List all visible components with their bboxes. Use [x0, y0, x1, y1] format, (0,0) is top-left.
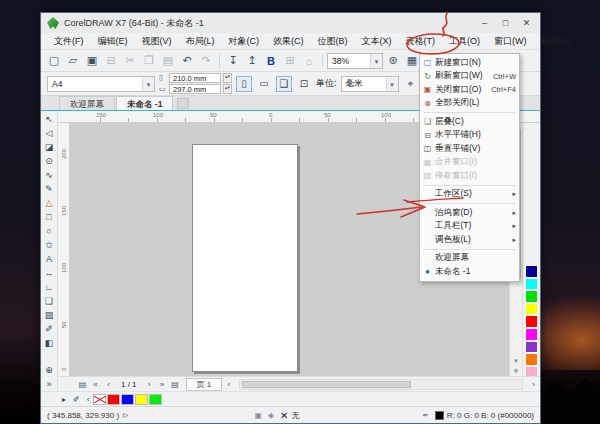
page-width-field[interactable]: 210.0 mm	[169, 73, 221, 83]
pan-navigator-icon[interactable]: ✥	[513, 366, 518, 376]
eyedropper-icon[interactable]: ✐	[70, 395, 83, 404]
menu-item-toolbars[interactable]: 工具栏(T) ▸	[420, 220, 519, 234]
menu-item-tile-horizontally[interactable]: ⊟ 水平平铺(H)	[420, 129, 519, 143]
artistic-media-tool[interactable]: ✎	[42, 182, 57, 196]
export-icon[interactable]: ↥	[243, 52, 261, 70]
menu-layout[interactable]: 布局(L)	[179, 33, 222, 50]
menu-item-close-window[interactable]: ▣ 关闭窗口(O) Ctrl+F4	[420, 83, 519, 97]
add-page-after-icon[interactable]: ▤	[169, 380, 182, 389]
redo-icon[interactable]: ↷	[197, 52, 215, 70]
palette-swatch[interactable]	[525, 341, 538, 354]
menu-item-dockers[interactable]: 泊坞窗(D) ▸	[420, 206, 519, 220]
menu-window[interactable]: 窗口(W)	[487, 33, 534, 50]
menu-text[interactable]: 文本(X)	[355, 33, 399, 50]
maximize-button[interactable]: □	[496, 16, 515, 31]
next-page-icon[interactable]: ›	[143, 380, 156, 389]
menu-item-workspace[interactable]: 工作区(S) ▸	[420, 188, 519, 202]
menu-tools[interactable]: 工具(O)	[442, 33, 487, 50]
close-button[interactable]: ✕	[517, 16, 536, 31]
application-launcher-icon[interactable]: B	[262, 52, 280, 70]
menu-help[interactable]: 帮助(H)	[534, 33, 579, 50]
menu-item-close-all[interactable]: ⊗ 全部关闭(L)	[420, 97, 519, 111]
coords-flyout-icon[interactable]: ⊳	[122, 411, 129, 420]
pick-tool[interactable]: ↖	[42, 112, 57, 126]
scroll-down-icon[interactable]: ▼	[513, 356, 519, 366]
docpalette-flyout-icon[interactable]: ▸	[59, 395, 69, 404]
drawing-page[interactable]	[192, 144, 298, 372]
print-icon[interactable]: ⊟	[102, 52, 120, 70]
freehand-tool[interactable]: ∿	[42, 168, 57, 182]
transparency-tool[interactable]: ▨	[42, 308, 57, 322]
smart-drawing-tool[interactable]: △	[42, 196, 57, 210]
current-page-button[interactable]: ⊡	[296, 76, 312, 92]
all-pages-button[interactable]: ❑	[276, 76, 292, 92]
doc-swatch[interactable]	[149, 394, 162, 405]
tab-untitled-document[interactable]: 未命名 -1	[116, 96, 173, 110]
palette-swatch[interactable]	[525, 278, 538, 291]
chevron-down-icon[interactable]: ▾	[370, 54, 382, 68]
add-page-icon[interactable]: ▤	[76, 380, 89, 389]
snap-to-icon[interactable]: ⊛	[384, 52, 402, 70]
polygon-tool[interactable]: ✩	[42, 238, 57, 252]
scroll-left-icon[interactable]: ‹	[222, 380, 235, 389]
menu-item-color-palettes[interactable]: 调色板(L) ▸	[420, 233, 519, 247]
previous-page-icon[interactable]: ‹	[102, 380, 115, 389]
palette-swatch[interactable]	[525, 315, 538, 328]
titlebar[interactable]: CorelDRAW X7 (64-Bit) - 未命名 -1 – □ ✕	[41, 13, 540, 33]
new-document-icon[interactable]: ▢	[45, 52, 63, 70]
menu-item-welcome-screen[interactable]: 欢迎屏幕	[420, 252, 519, 266]
palette-swatch[interactable]	[525, 265, 538, 278]
menu-item-tile-vertically[interactable]: ◫ 垂直平铺(V)	[420, 142, 519, 156]
menu-object[interactable]: 对象(C)	[222, 33, 267, 50]
minimize-button[interactable]: –	[475, 16, 494, 31]
text-tool[interactable]: A	[42, 252, 57, 266]
palette-swatch[interactable]	[525, 328, 538, 341]
first-page-icon[interactable]: «	[89, 380, 102, 389]
dimension-tool[interactable]: ↔	[42, 266, 57, 280]
menu-edit[interactable]: 编辑(E)	[91, 33, 135, 50]
doc-swatch[interactable]	[121, 394, 134, 405]
paper-size-combo[interactable]: A4 ▾	[47, 76, 155, 92]
chevron-down-icon[interactable]: ▾	[142, 77, 154, 91]
undo-icon[interactable]: ↶	[178, 52, 196, 70]
paste-icon[interactable]: ▤	[159, 52, 177, 70]
menu-view[interactable]: 视图(V)	[135, 33, 179, 50]
crop-tool[interactable]: ◪	[42, 140, 57, 154]
last-page-icon[interactable]: »	[156, 380, 169, 389]
menu-item-cascade[interactable]: ❏ 层叠(C)	[420, 115, 519, 129]
palette-swatch[interactable]	[525, 353, 538, 366]
doc-swatch[interactable]	[107, 394, 120, 405]
copy-icon[interactable]: ❐	[140, 52, 158, 70]
rectangle-tool[interactable]: □	[42, 210, 57, 224]
doc-swatch[interactable]	[135, 394, 148, 405]
menu-table[interactable]: 表格(T)	[399, 33, 443, 50]
tab-welcome-screen[interactable]: 欢迎屏幕	[59, 96, 115, 110]
import-icon[interactable]: ↧	[224, 52, 242, 70]
interactive-fill-tool[interactable]: ◧	[42, 336, 57, 350]
menu-file[interactable]: 文件(F)	[47, 33, 91, 50]
new-tab-button[interactable]	[177, 98, 189, 109]
menu-item-refresh-window[interactable]: ↻ 刷新窗口(W) Ctrl+W	[420, 70, 519, 84]
add-tool-button[interactable]: ⊕	[42, 363, 57, 377]
horizontal-scrollbar-thumb[interactable]	[242, 381, 411, 388]
width-stepper[interactable]: ▴▾	[223, 73, 232, 83]
menu-effects[interactable]: 效果(C)	[266, 33, 311, 50]
scroll-left-icon[interactable]: ‹	[84, 395, 93, 404]
more-tools-button[interactable]: »	[42, 377, 57, 391]
cut-icon[interactable]: ✂	[121, 52, 139, 70]
page-height-field[interactable]: 297.0 mm	[169, 84, 221, 94]
no-color-swatch[interactable]	[93, 394, 106, 405]
ellipse-tool[interactable]: ○	[42, 224, 57, 238]
units-combo[interactable]: 毫米 ▾	[341, 76, 399, 92]
connector-tool[interactable]: ∟	[42, 280, 57, 294]
chevron-down-icon[interactable]: ▾	[386, 77, 398, 91]
horizontal-scrollbar[interactable]	[239, 379, 523, 390]
zoom-level-combo[interactable]: 38% ▾	[327, 53, 383, 69]
palette-swatch[interactable]	[525, 303, 538, 316]
landscape-orientation-button[interactable]: ▭	[256, 76, 272, 92]
portrait-orientation-button[interactable]: ▯	[236, 76, 252, 92]
palette-swatch[interactable]	[525, 290, 538, 303]
page-1-tab[interactable]: 页 1	[186, 378, 223, 391]
menu-item-untitled-1[interactable]: ● 未命名 -1	[420, 265, 519, 279]
scroll-right-icon[interactable]: ›	[527, 380, 540, 389]
